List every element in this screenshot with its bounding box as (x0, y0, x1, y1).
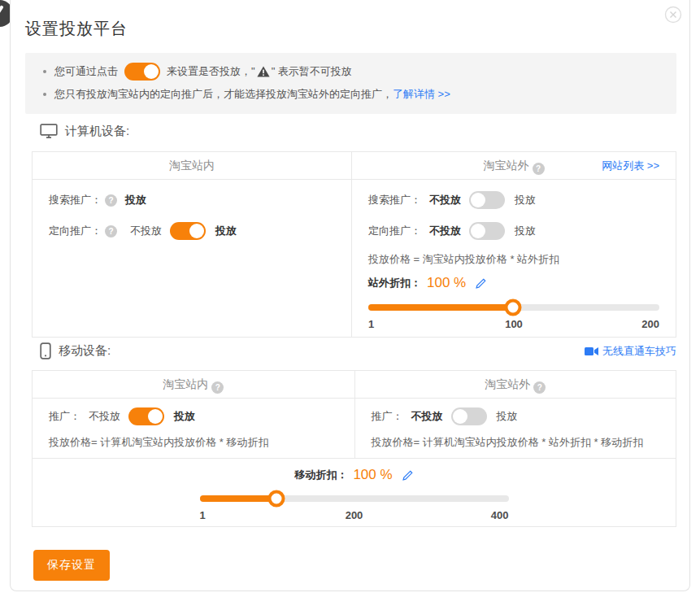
help-icon[interactable]: ? (211, 381, 224, 394)
row-label: 推广： (49, 409, 80, 424)
phone-icon (40, 342, 51, 360)
discount-label: 移动折扣： (294, 468, 347, 482)
slider-fill (200, 495, 276, 502)
bullet-dot (43, 70, 46, 73)
toggle-knob-icon (189, 224, 204, 238)
column-title: 淘宝站内 (169, 159, 215, 172)
mobile-offsite-promo-toggle[interactable] (451, 407, 487, 425)
mobile-onsite-body: 推广： 不投放 投放 投放价格= 计算机淘宝站内投放价格 * 移动折扣 (33, 399, 354, 458)
notice-text: 您只有投放淘宝站内的定向推广后，才能选择投放淘宝站外的定向推广， (54, 87, 393, 102)
scale-mid: 100 (505, 318, 523, 330)
notice-text-after: " 表示暂不可投放 (272, 64, 352, 79)
scale-max: 400 (491, 509, 509, 521)
mobile-discount-row: 移动折扣： 100 % 1 200 (33, 459, 676, 522)
computer-offsite-target-toggle[interactable] (469, 222, 505, 240)
wireless-tips-link[interactable]: 无线直通车技巧 (585, 344, 676, 359)
computer-offsite-body: 搜索推广： 不投放 投放 定向推广： 不投放 投放 投放价格 = 淘宝站内投放价… (352, 180, 676, 331)
on-label: 投放 (174, 409, 195, 424)
mobile-discount-slider[interactable] (200, 495, 509, 502)
toggle-knob-icon (453, 409, 467, 424)
toggle-knob-icon (148, 409, 163, 424)
discount-label: 站外折扣： (368, 276, 421, 290)
off-label: 不投放 (429, 224, 461, 238)
toggle-knob-icon (471, 224, 485, 238)
slider-handle[interactable] (267, 490, 285, 508)
page-title: 设置投放平台 (25, 18, 128, 40)
column-title: 淘宝站内 (163, 377, 208, 390)
search-promo-row: 搜索推广： ? 投放 (49, 185, 335, 216)
edit-icon[interactable] (475, 277, 487, 290)
notice-line-2: 您只有投放淘宝站内的定向推广后，才能选择投放淘宝站外的定向推广， 了解详情 >> (25, 83, 676, 106)
notice-line-1: 您可通过点击 来设置是否投放，" " 表示暂不可投放 (25, 60, 676, 83)
bullet-dot (43, 93, 46, 96)
computer-section-title: 计算机设备: (65, 124, 129, 139)
computer-table: 淘宝站内 搜索推广： ? 投放 定向推广： ? 不投放 投放 (32, 151, 676, 338)
toggle-knob-icon (144, 64, 159, 79)
slider-fill (368, 304, 513, 311)
computer-onsite-body: 搜索推广： ? 投放 定向推广： ? 不投放 投放 (33, 180, 351, 246)
mobile-onsite-column: 淘宝站内? 推广： 不投放 投放 投放价格= 计算机淘宝站内投放价格 * 移动折… (33, 371, 354, 458)
discount-value: 100 % (427, 275, 466, 291)
column-title: 淘宝站外 (485, 377, 530, 390)
off-label: 不投放 (411, 409, 443, 424)
off-label: 不投放 (429, 193, 461, 207)
search-promo-row: 搜索推广： 不投放 投放 (368, 185, 659, 216)
mobile-onsite-header: 淘宝站内? (33, 371, 354, 399)
price-formula: 投放价格 = 淘宝站内投放价格 * 站外折扣 (368, 251, 659, 268)
toggle-knob-icon (471, 193, 485, 207)
promo-row: 推广： 不投放 投放 (49, 402, 338, 431)
computer-offsite-search-toggle[interactable] (469, 191, 505, 209)
slider-scale: 1 100 200 (368, 318, 659, 331)
edit-icon[interactable] (402, 469, 414, 482)
scale-min: 1 (368, 318, 374, 330)
on-label: 投放 (515, 224, 536, 238)
row-label: 定向推广： (368, 224, 421, 238)
mobile-section-header: 移动设备: 无线直通车技巧 (40, 342, 676, 360)
row-label: 搜索推广： (49, 193, 102, 207)
warning-icon (257, 66, 270, 77)
computer-offsite-column: 淘宝站外? 网站列表 >> 搜索推广： 不投放 投放 定向推广： 不投放 投放 (351, 152, 676, 337)
computer-section-header: 计算机设备: (40, 124, 129, 139)
notice-text-before: 您可通过点击 (54, 64, 118, 79)
notice-box: 您可通过点击 来设置是否投放，" " 表示暂不可投放 您只有投放淘宝站内的定向推… (25, 53, 676, 114)
demo-toggle[interactable] (124, 63, 160, 81)
search-promo-state: 投放 (125, 193, 146, 207)
column-title: 淘宝站外 (484, 159, 529, 172)
wireless-tips-label: 无线直通车技巧 (602, 344, 676, 359)
row-label: 推广： (372, 409, 403, 424)
learn-more-link[interactable]: 了解详情 >> (393, 87, 450, 102)
offsite-discount-line: 站外折扣： 100 % (368, 272, 659, 294)
target-promo-row: 定向推广： ? 不投放 投放 (49, 216, 335, 246)
row-label: 搜索推广： (368, 193, 421, 207)
help-icon[interactable]: ? (533, 381, 546, 394)
off-label: 不投放 (89, 409, 120, 424)
computer-icon (40, 124, 58, 139)
help-icon[interactable]: ? (105, 194, 117, 207)
mobile-offsite-body: 推广： 不投放 投放 投放价格= 计算机淘宝站内投放价格 * 站外折扣 * 移动… (355, 399, 676, 458)
mobile-offsite-column: 淘宝站外? 推广： 不投放 投放 投放价格= 计算机淘宝站内投放价格 * 站外折… (354, 371, 676, 458)
scale-mid: 200 (346, 509, 363, 521)
promo-row: 推广： 不投放 投放 (372, 402, 660, 431)
mobile-discount-line: 移动折扣： 100 % (33, 465, 676, 485)
help-icon[interactable]: ? (105, 225, 117, 237)
discount-value: 100 % (353, 467, 392, 483)
mobile-offsite-header: 淘宝站外? (355, 371, 676, 399)
on-label: 投放 (215, 224, 237, 238)
off-label: 不投放 (130, 224, 162, 238)
mobile-slider-area: 1 200 400 (200, 495, 509, 522)
save-button[interactable]: 保存设置 (33, 550, 110, 581)
offsite-discount-slider[interactable] (368, 304, 659, 311)
scale-min: 1 (200, 509, 206, 521)
slider-track[interactable] (200, 495, 509, 502)
close-icon[interactable] (664, 6, 682, 24)
video-icon (585, 346, 598, 356)
mobile-table-columns: 淘宝站内? 推广： 不投放 投放 投放价格= 计算机淘宝站内投放价格 * 移动折… (33, 371, 676, 459)
screen: 设置投放平台 您可通过点击 来设置是否投放，" " 表示暂不可投放 您 (0, 0, 700, 597)
slider-handle[interactable] (505, 299, 522, 316)
computer-onsite-target-toggle[interactable] (170, 222, 206, 240)
help-icon[interactable]: ? (533, 163, 545, 175)
price-formula: 投放价格= 计算机淘宝站内投放价格 * 移动折扣 (49, 434, 338, 451)
mobile-onsite-promo-toggle[interactable] (128, 407, 164, 425)
mobile-table: 淘宝站内? 推广： 不投放 投放 投放价格= 计算机淘宝站内投放价格 * 移动折… (32, 370, 676, 527)
site-list-link[interactable]: 网站列表 >> (602, 152, 659, 179)
